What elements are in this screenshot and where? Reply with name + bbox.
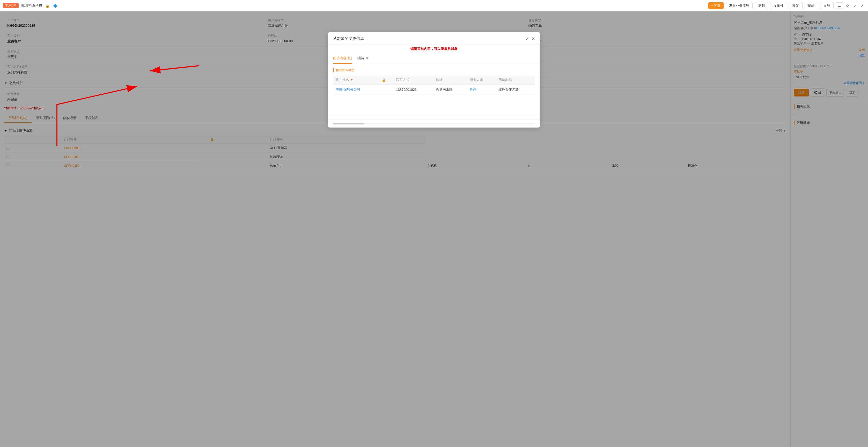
preset-label: 预设业务类型 [333, 68, 535, 72]
modal-overlay: 从对象的变更信息 ⤢ ✕ 编辑审批内容，可以查看从对象 回访内容(从) 编辑3 … [0, 11, 868, 447]
modal-tab-edit[interactable]: 编辑3 [358, 53, 369, 64]
scrollbar-thumb [333, 123, 364, 124]
modal-body: 预设业务类型 客户姓名 ▼ 🔒 联系方式 地址 服务人员 回访名称 中影-深圳分… [328, 64, 540, 120]
crowd-button[interactable]: 客群 [708, 2, 723, 9]
top-bar-left: 客户工单 深圳光峰科技 🔒 🔷 [3, 3, 58, 8]
remind-button[interactable]: 提醒 [805, 2, 818, 9]
modal-table-header: 客户姓名 ▼ 🔒 联系方式 地址 服务人员 回访名称 [333, 75, 535, 85]
col-lock: 🔒 [379, 75, 394, 85]
modal-empty-row [333, 95, 535, 116]
breadcrumb-tag[interactable]: 客户工单 [3, 3, 19, 8]
close-icon[interactable]: ✕ [860, 3, 865, 8]
modal-service-link[interactable]: 肖亮 [467, 85, 496, 95]
modal-phone: 13879901023 [393, 85, 433, 95]
modal-header: 从对象的变更信息 ⤢ ✕ [328, 32, 540, 44]
modal-tabs: 回访内容(从) 编辑3 [328, 53, 540, 64]
copy-button[interactable]: 复制 [755, 2, 768, 9]
lock-icon[interactable]: 🔒 [44, 3, 50, 8]
modal-footer-bar [328, 120, 540, 128]
modal-red-annotation-area: 编辑审批内容，可以查看从对象 [328, 44, 540, 51]
refresh-icon[interactable]: ⟳ [845, 3, 850, 8]
modal-address: 深圳南山区 [433, 85, 467, 95]
modal-close-icon[interactable]: ✕ [532, 36, 535, 41]
modal-header-icons: ⤢ ✕ [526, 36, 535, 41]
col-customer-name: 客户姓名 ▼ [333, 75, 379, 85]
modal-red-text: 编辑审批内容，可以查看从对象 [333, 46, 535, 51]
bookmark-icon[interactable]: 🔷 [52, 3, 58, 8]
top-bar-title: 深圳光峰科技 [21, 3, 42, 8]
send-email-button[interactable]: 发邮件 [770, 2, 787, 9]
modal-visit-name: 业务合作沟通 [496, 85, 535, 95]
col-service: 服务人员 [467, 75, 496, 85]
schedule-button[interactable]: 日程 [820, 2, 834, 9]
col-contact: 联系方式 [393, 75, 433, 85]
top-bar-right: 客群 发起业务流程 复制 发邮件 转发 提醒 日程 ... ⟳ ⤢ ✕ [708, 2, 865, 9]
modal-title: 从对象的变更信息 [333, 36, 364, 41]
modal-table: 客户姓名 ▼ 🔒 联系方式 地址 服务人员 回访名称 中影-深圳分公司 1387… [333, 75, 535, 116]
expand-icon[interactable]: ⤢ [852, 3, 858, 8]
modal-expand-icon[interactable]: ⤢ [526, 36, 529, 41]
scrollbar-track[interactable] [333, 123, 535, 124]
start-workflow-button[interactable]: 发起业务流程 [726, 2, 752, 9]
forward-button[interactable]: 转发 [789, 2, 803, 9]
modal-customer-name-link[interactable]: 中影-深圳分公司 [333, 85, 379, 95]
more-button[interactable]: ... [836, 2, 843, 9]
col-visit-name: 回访名称 [496, 75, 535, 85]
col-address: 地址 [433, 75, 467, 85]
modal-table-row: 中影-深圳分公司 13879901023 深圳南山区 肖亮 业务合作沟通 [333, 85, 535, 95]
modal: 从对象的变更信息 ⤢ ✕ 编辑审批内容，可以查看从对象 回访内容(从) 编辑3 … [328, 32, 540, 128]
top-bar: 客户工单 深圳光峰科技 🔒 🔷 客群 发起业务流程 复制 发邮件 转发 提醒 日… [0, 0, 868, 11]
modal-tab-visit-content[interactable]: 回访内容(从) [333, 53, 352, 64]
